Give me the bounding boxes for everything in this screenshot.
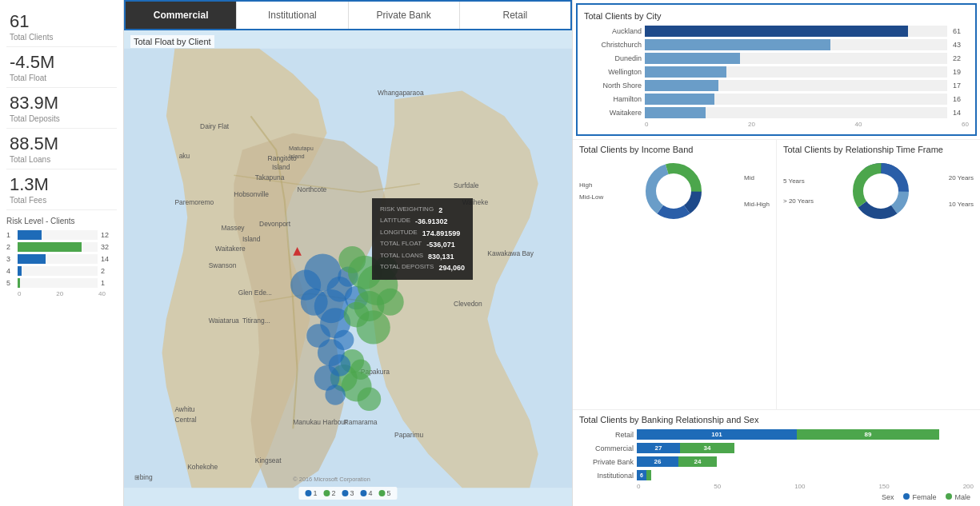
tab-bar: Commercial Institutional Private Bank Re… bbox=[124, 0, 572, 30]
svg-point-44 bbox=[338, 246, 366, 273]
city-bar-hamilton: Hamilton 16 bbox=[584, 94, 969, 105]
city-bar-waitakere: Waitakere 14 bbox=[584, 107, 969, 118]
total-float-value: -4.5M bbox=[10, 52, 114, 73]
svg-text:Paparimu: Paparimu bbox=[394, 431, 423, 439]
relationship-time-title: Total Clients by Relationship Time Frame bbox=[783, 145, 974, 154]
banking-axis: 050100150200 bbox=[579, 483, 974, 490]
svg-text:Glen Ede...: Glen Ede... bbox=[238, 289, 272, 297]
risk-axis: 02040 bbox=[6, 290, 117, 297]
mid-row: Total Clients by Income Band High Mid-Lo… bbox=[573, 139, 980, 409]
map-legend: 1 2 3 4 5 bbox=[298, 487, 397, 500]
relationship-donut bbox=[849, 159, 913, 223]
legend-2: 2 bbox=[323, 489, 335, 497]
right-panel: Total Clients by City Auckland 61 Christ… bbox=[572, 0, 980, 506]
relationship-time-chart: Total Clients by Relationship Time Frame… bbox=[777, 140, 980, 409]
total-loans-label: Total Loans bbox=[10, 155, 114, 164]
map-svg: Dairy Flat Whangaparaoa Paremoremo aku T… bbox=[124, 30, 572, 506]
city-bar-northshore: North Shore 17 bbox=[584, 80, 969, 91]
rel-labels-right: 20 Years 10 Years bbox=[949, 174, 974, 208]
risk-section: Risk Level - Clients 1 12 2 32 3 bbox=[6, 217, 117, 297]
income-labels-left: High Mid-Low bbox=[579, 181, 603, 201]
income-band-title: Total Clients by Income Band bbox=[579, 145, 770, 154]
svg-point-66 bbox=[656, 173, 691, 209]
svg-text:Northcote: Northcote bbox=[298, 185, 327, 193]
risk-bar-4: 4 2 bbox=[6, 266, 117, 276]
svg-text:© 2016 Microsoft Corporation: © 2016 Microsoft Corporation bbox=[293, 476, 370, 483]
banking-retail-row: Retail 101 89 bbox=[579, 429, 974, 440]
tab-retail[interactable]: Retail bbox=[460, 2, 570, 29]
risk-bar-1: 1 12 bbox=[6, 230, 117, 240]
banking-commercial-row: Commercial 27 34 bbox=[579, 443, 974, 453]
svg-text:Awhitu: Awhitu bbox=[174, 405, 194, 413]
svg-point-50 bbox=[377, 289, 404, 316]
svg-text:aku: aku bbox=[179, 152, 190, 160]
risk-bar-5: 5 1 bbox=[6, 278, 117, 288]
city-bar-dunedin: Dunedin 22 bbox=[584, 53, 969, 64]
city-chart-title: Total Clients by City bbox=[584, 11, 969, 21]
center-panel: Commercial Institutional Private Bank Re… bbox=[124, 0, 572, 506]
svg-text:Island: Island bbox=[289, 153, 305, 160]
svg-text:Waitakere: Waitakere bbox=[215, 245, 246, 253]
svg-text:Devonport: Devonport bbox=[259, 220, 291, 228]
svg-text:Dairy Flat: Dairy Flat bbox=[200, 122, 230, 130]
svg-text:Waiatarua: Waiatarua bbox=[209, 317, 239, 325]
svg-text:Kohekohe: Kohekohe bbox=[187, 463, 218, 471]
rel-labels-left: 5 Years > 20 Years bbox=[783, 177, 814, 205]
svg-point-55 bbox=[358, 387, 382, 411]
svg-text:Island: Island bbox=[242, 235, 261, 243]
income-donut bbox=[642, 159, 706, 223]
risk-bar-2: 2 32 bbox=[6, 242, 117, 252]
total-deposits-value: 83.9M bbox=[10, 93, 114, 114]
legend-4: 4 bbox=[361, 489, 373, 497]
svg-point-38 bbox=[301, 289, 328, 316]
svg-text:Swanson: Swanson bbox=[209, 262, 237, 270]
legend-3: 3 bbox=[342, 489, 354, 497]
banking-privatebank-row: Private Bank 26 24 bbox=[579, 456, 974, 467]
svg-text:⊞bing: ⊞bing bbox=[134, 473, 153, 481]
banking-title: Total Clients by Banking Relationship an… bbox=[579, 415, 974, 424]
svg-text:Manukau Harbour: Manukau Harbour bbox=[293, 418, 347, 426]
svg-text:Paremoremo: Paremoremo bbox=[174, 198, 214, 206]
metric-total-clients: 61 Total Clients bbox=[6, 6, 117, 47]
svg-point-59 bbox=[325, 384, 345, 404]
city-bar-auckland: Auckland 61 bbox=[584, 26, 969, 37]
tab-institutional[interactable]: Institutional bbox=[237, 2, 348, 29]
legend-1: 1 bbox=[305, 489, 317, 497]
city-bar-wellington: Wellington 19 bbox=[584, 66, 969, 78]
svg-point-71 bbox=[863, 173, 898, 209]
risk-bar-3: 3 14 bbox=[6, 254, 117, 264]
svg-text:Hobsonville: Hobsonville bbox=[234, 190, 269, 198]
risk-title: Risk Level - Clients bbox=[6, 217, 117, 225]
total-clients-label: Total Clients bbox=[10, 33, 114, 42]
svg-text:Kingseat: Kingseat bbox=[255, 456, 282, 464]
map-area: Total Float by Client bbox=[124, 30, 572, 506]
income-band-chart: Total Clients by Income Band High Mid-Lo… bbox=[573, 140, 777, 409]
svg-text:Central: Central bbox=[174, 416, 196, 424]
svg-point-49 bbox=[357, 310, 390, 344]
metric-total-float: -4.5M Total Float bbox=[6, 47, 117, 88]
svg-text:Matutapu: Matutapu bbox=[289, 145, 314, 152]
svg-text:Takapuna: Takapuna bbox=[255, 173, 285, 181]
sex-legend: Sex Female Male bbox=[579, 493, 974, 501]
map-title: Total Float by Client bbox=[130, 35, 214, 48]
total-fees-label: Total Fees bbox=[10, 196, 114, 205]
tab-private-bank[interactable]: Private Bank bbox=[349, 2, 460, 29]
svg-text:Massey: Massey bbox=[222, 224, 246, 232]
city-bar-chart: Auckland 61 Christchurch 43 Dunedin bbox=[584, 26, 969, 118]
city-axis: 0204060 bbox=[584, 121, 969, 128]
banking-bars: Retail 101 89 Commercial 27 34 bbox=[579, 429, 974, 480]
total-float-label: Total Float bbox=[10, 74, 114, 82]
banking-chart: Total Clients by Banking Relationship an… bbox=[573, 409, 980, 506]
left-panel: 61 Total Clients -4.5M Total Float 83.9M… bbox=[0, 0, 124, 506]
tab-commercial[interactable]: Commercial bbox=[126, 2, 237, 29]
metric-total-fees: 1.3M Total Fees bbox=[6, 169, 117, 210]
total-loans-value: 88.5M bbox=[10, 133, 114, 154]
svg-text:Clevedon: Clevedon bbox=[454, 300, 482, 308]
metric-total-deposits: 83.9M Total Deposits bbox=[6, 88, 117, 129]
income-labels-right: Mid Mid-High bbox=[744, 174, 770, 208]
banking-institutional-row: Institutional 6 bbox=[579, 470, 974, 480]
legend-5: 5 bbox=[379, 489, 391, 497]
svg-text:Ramarama: Ramarama bbox=[344, 418, 378, 426]
metric-total-loans: 88.5M Total Loans bbox=[6, 129, 117, 169]
map-tooltip: RISK WEIGHTING 2 LATITUDE -36.91302 LONG… bbox=[372, 198, 473, 280]
